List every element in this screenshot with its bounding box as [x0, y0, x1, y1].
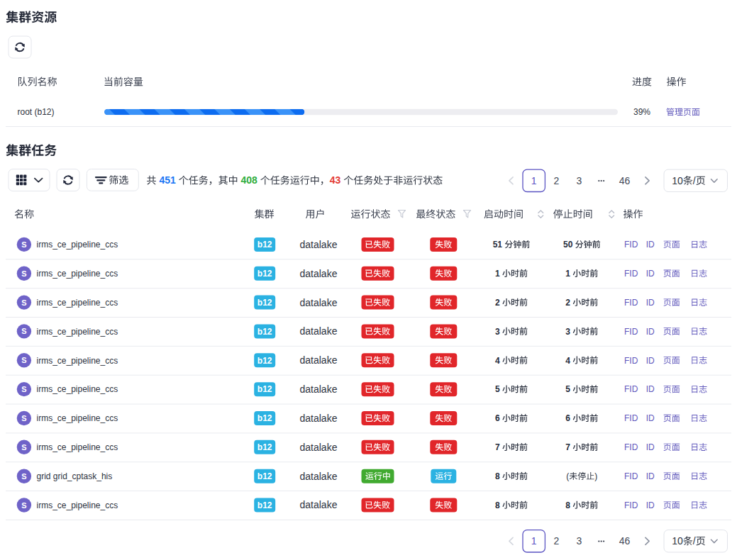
svg-text:/: / [693, 535, 696, 547]
svg-text:/: / [693, 175, 696, 186]
svg-text:b12: b12 [257, 413, 272, 423]
svg-text:datalake: datalake [300, 325, 338, 337]
svg-text:S: S [21, 414, 26, 422]
svg-text:ID: ID [646, 240, 655, 250]
svg-text:1: 1 [531, 175, 537, 186]
svg-text:grid grid_cptask_his: grid grid_cptask_his [37, 471, 113, 481]
svg-text:8: 8 [495, 471, 500, 481]
svg-text:ID: ID [646, 269, 655, 279]
svg-text:ID: ID [646, 298, 655, 308]
svg-text:irms_ce_pipeline_ccs: irms_ce_pipeline_ccs [37, 384, 118, 394]
svg-text:43: 43 [330, 174, 341, 186]
svg-text:FID: FID [624, 327, 638, 337]
svg-text:FID: FID [624, 269, 638, 279]
svg-text:b12: b12 [257, 327, 272, 337]
svg-text:46: 46 [619, 535, 631, 547]
svg-text:ID: ID [646, 500, 655, 510]
svg-text:irms_ce_pipeline_ccs: irms_ce_pipeline_ccs [37, 356, 118, 366]
svg-text:irms_ce_pipeline_ccs: irms_ce_pipeline_ccs [37, 442, 118, 452]
svg-text:3: 3 [577, 175, 582, 186]
svg-text:datalake: datalake [300, 471, 338, 482]
svg-text:ID: ID [646, 356, 655, 366]
svg-text:1: 1 [531, 535, 537, 547]
svg-text:5: 5 [495, 384, 500, 394]
svg-text:10: 10 [672, 175, 683, 186]
svg-text:4: 4 [495, 356, 500, 366]
svg-text:FID: FID [624, 240, 638, 250]
svg-text:FID: FID [624, 298, 638, 308]
svg-text:1: 1 [495, 269, 500, 279]
svg-text:7: 7 [565, 442, 570, 452]
svg-text:6: 6 [495, 413, 500, 423]
svg-text:3: 3 [565, 327, 570, 337]
svg-text:irms_ce_pipeline_ccs: irms_ce_pipeline_ccs [37, 413, 118, 423]
svg-text:S: S [21, 240, 26, 249]
svg-text:FID: FID [624, 356, 638, 366]
svg-text:datalake: datalake [300, 354, 338, 366]
svg-text:6: 6 [565, 413, 570, 423]
svg-text:S: S [21, 443, 26, 452]
svg-text:S: S [21, 298, 26, 307]
svg-text:FID: FID [624, 384, 638, 394]
svg-text:FID: FID [624, 500, 638, 510]
svg-text:b12: b12 [257, 471, 272, 481]
svg-text:root (b12): root (b12) [18, 107, 55, 117]
svg-text:S: S [21, 472, 26, 481]
svg-text:b12: b12 [257, 442, 272, 452]
svg-text:ID: ID [646, 471, 655, 481]
svg-text:2: 2 [554, 535, 560, 547]
svg-text:b12: b12 [257, 384, 272, 394]
svg-text:irms_ce_pipeline_ccs: irms_ce_pipeline_ccs [37, 500, 118, 510]
svg-text:(: ( [566, 471, 569, 481]
svg-text:datalake: datalake [300, 297, 338, 308]
svg-text:3: 3 [577, 535, 582, 547]
svg-text:8: 8 [565, 500, 570, 510]
svg-text:39%: 39% [633, 107, 650, 117]
svg-text:ID: ID [646, 327, 655, 337]
svg-text:S: S [21, 501, 26, 510]
svg-text:10: 10 [672, 535, 683, 547]
svg-text:S: S [21, 356, 26, 364]
svg-text:datalake: datalake [300, 499, 338, 510]
svg-text:b12: b12 [257, 298, 272, 308]
svg-text:2: 2 [554, 175, 560, 186]
svg-text:irms_ce_pipeline_ccs: irms_ce_pipeline_ccs [37, 327, 118, 337]
svg-text:50: 50 [563, 240, 573, 250]
svg-text:4: 4 [565, 356, 570, 366]
svg-text:FID: FID [624, 471, 638, 481]
svg-text:datalake: datalake [300, 268, 338, 279]
svg-text:): ) [594, 471, 597, 481]
svg-text:irms_ce_pipeline_ccs: irms_ce_pipeline_ccs [37, 298, 118, 308]
svg-text:ID: ID [646, 413, 655, 423]
svg-text:8: 8 [495, 500, 500, 510]
svg-text:S: S [21, 327, 26, 335]
svg-text:1: 1 [565, 269, 570, 279]
svg-text:7: 7 [495, 442, 500, 452]
svg-text:5: 5 [565, 384, 570, 394]
svg-text:irms_ce_pipeline_ccs: irms_ce_pipeline_ccs [37, 269, 118, 279]
svg-text:51: 51 [493, 240, 503, 250]
svg-text:ID: ID [646, 384, 655, 394]
svg-text:S: S [21, 385, 26, 393]
svg-text:3: 3 [495, 327, 500, 337]
svg-text:datalake: datalake [300, 239, 338, 250]
svg-text:b12: b12 [257, 356, 272, 366]
svg-text:b12: b12 [257, 240, 272, 250]
svg-text:datalake: datalake [300, 383, 338, 395]
svg-text:FID: FID [624, 413, 638, 423]
svg-text:FID: FID [624, 442, 638, 452]
svg-text:b12: b12 [257, 269, 272, 279]
svg-text:451: 451 [159, 174, 176, 186]
svg-text:S: S [21, 269, 26, 278]
svg-text:b12: b12 [257, 500, 272, 510]
svg-text:2: 2 [565, 298, 570, 308]
svg-text:irms_ce_pipeline_ccs: irms_ce_pipeline_ccs [37, 240, 118, 250]
svg-text:46: 46 [619, 175, 631, 186]
svg-text:ID: ID [646, 442, 655, 452]
svg-text:datalake: datalake [300, 413, 338, 424]
svg-text:2: 2 [495, 298, 500, 308]
svg-text:datalake: datalake [300, 442, 338, 453]
svg-text:408: 408 [241, 174, 258, 186]
